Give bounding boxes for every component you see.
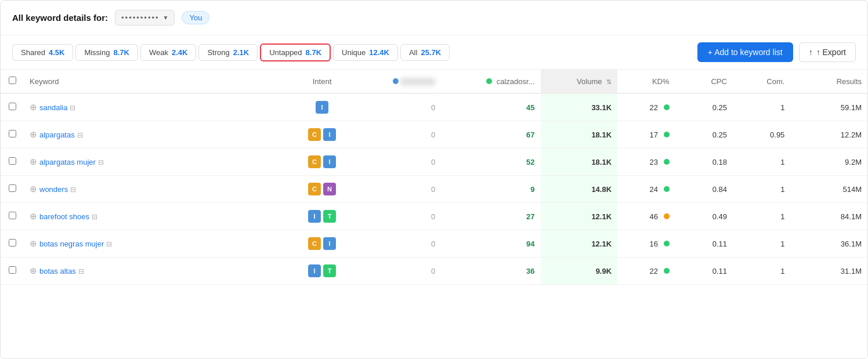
copy-icon[interactable]: ⊟ [98, 158, 104, 166]
you-badge: You [182, 11, 209, 24]
tab-shared[interactable]: Shared 4.5K [12, 44, 73, 61]
table-header-row: Keyword Intent calzadosr... Volume [1, 70, 867, 93]
site1-value: 0 [351, 203, 441, 230]
keyword-table-container: Keyword Intent calzadosr... Volume [1, 70, 867, 285]
volume-value: 18.1K [541, 121, 618, 148]
keyword-link[interactable]: alpargatas [39, 130, 75, 139]
header: All keyword details for: •••••••••• ▼ Yo… [1, 1, 867, 35]
keyword-link[interactable]: barefoot shoes [39, 212, 89, 221]
com-value: 1 [733, 93, 790, 121]
row-checkbox[interactable] [9, 157, 16, 165]
table-row: ⊕wonders⊟CN0914.8K24 0.841514M [1, 176, 867, 203]
add-keyword-icon[interactable]: ⊕ [30, 129, 37, 139]
cpc-value: 0.11 [675, 258, 733, 285]
add-keyword-icon[interactable]: ⊕ [30, 184, 37, 194]
results-value: 84.1M [790, 203, 867, 230]
com-value: 1 [733, 230, 790, 258]
results-value: 36.1M [790, 230, 867, 258]
row-checkbox[interactable] [9, 130, 16, 137]
kd-dot [664, 132, 670, 137]
tab-strong[interactable]: Strong 2.1K [198, 44, 258, 61]
site1-dot [393, 78, 399, 84]
intent-badge-I: I [308, 264, 321, 277]
intent-badge-I: I [323, 128, 336, 141]
select-all-checkbox[interactable] [9, 77, 16, 84]
site2-dot [486, 78, 492, 84]
intent-badge-I: I [323, 155, 336, 168]
site1-name [400, 78, 435, 85]
volume-col-header[interactable]: Volume ⇅ [541, 70, 618, 93]
intent-badge-T: T [323, 210, 336, 223]
kd-value: 46 [617, 203, 675, 230]
intent-badge-C: C [308, 237, 321, 250]
site1-col-header [351, 70, 441, 93]
site2-value: 27 [441, 203, 540, 230]
add-keyword-button[interactable]: + Add to keyword list [697, 42, 793, 62]
copy-icon[interactable]: ⊟ [106, 240, 112, 248]
keyword-link[interactable]: botas negras mujer [39, 240, 104, 248]
kd-value: 22 [617, 93, 675, 121]
keyword-link[interactable]: wonders [39, 185, 68, 194]
copy-icon[interactable]: ⊟ [92, 213, 97, 221]
site1-value: 0 [351, 176, 441, 203]
cpc-value: 0.49 [675, 203, 733, 230]
keyword-link[interactable]: botas altas [39, 267, 76, 275]
tabs-row: Shared 4.5K Missing 8.7K Weak 2.4K Stron… [1, 35, 867, 70]
export-button[interactable]: ↑ ↑ Export [799, 42, 856, 62]
tab-all[interactable]: All 25.7K [400, 44, 450, 61]
kd-dot [664, 186, 670, 192]
copy-icon[interactable]: ⊟ [70, 104, 75, 112]
cpc-value: 0.84 [675, 176, 733, 203]
row-checkbox[interactable] [9, 184, 16, 192]
intent-badge-I: I [316, 101, 328, 114]
add-keyword-icon[interactable]: ⊕ [30, 266, 37, 275]
tab-weak[interactable]: Weak 2.4K [140, 44, 196, 61]
volume-value: 18.1K [541, 148, 618, 176]
results-value: 514M [790, 176, 867, 203]
row-checkbox[interactable] [9, 239, 16, 246]
volume-value: 33.1K [541, 93, 618, 121]
com-value: 1 [733, 176, 790, 203]
volume-value: 14.8K [541, 176, 618, 203]
results-value: 12.2M [790, 121, 867, 148]
site2-col-header: calzadosr... [441, 70, 540, 93]
kd-col-header: KD% [617, 70, 675, 93]
add-keyword-icon[interactable]: ⊕ [30, 157, 37, 166]
domain-text: •••••••••• [121, 13, 160, 22]
table-row: ⊕botas altas⊟IT0369.9K22 0.11131.1M [1, 258, 867, 285]
intent-badge-C: C [308, 128, 321, 141]
keyword-col-header: Keyword [24, 70, 293, 93]
add-keyword-icon[interactable]: ⊕ [30, 211, 37, 221]
cpc-value: 0.18 [675, 148, 733, 176]
cpc-value: 0.25 [675, 121, 733, 148]
row-checkbox[interactable] [9, 212, 16, 219]
add-keyword-icon[interactable]: ⊕ [30, 238, 37, 248]
com-value: 1 [733, 258, 790, 285]
site2-value: 9 [441, 176, 540, 203]
copy-icon[interactable]: ⊟ [78, 267, 84, 275]
select-all-header[interactable] [1, 70, 24, 93]
tab-unique[interactable]: Unique 12.4K [333, 44, 398, 61]
kd-value: 17 [617, 121, 675, 148]
row-checkbox[interactable] [9, 266, 16, 274]
copy-icon[interactable]: ⊟ [70, 186, 76, 194]
domain-selector[interactable]: •••••••••• ▼ [115, 10, 175, 26]
add-keyword-icon[interactable]: ⊕ [30, 102, 37, 112]
keyword-table: Keyword Intent calzadosr... Volume [1, 70, 867, 285]
copy-icon[interactable]: ⊟ [77, 131, 83, 139]
kd-value: 16 [617, 230, 675, 258]
site1-value: 0 [351, 148, 441, 176]
results-value: 59.1M [790, 93, 867, 121]
keyword-link[interactable]: alpargatas mujer [39, 158, 96, 166]
site1-value: 0 [351, 258, 441, 285]
kd-dot [664, 159, 670, 165]
cpc-value: 0.11 [675, 230, 733, 258]
kd-value: 22 [617, 258, 675, 285]
volume-value: 12.1K [541, 230, 618, 258]
tab-untapped[interactable]: Untapped 8.7K [260, 43, 331, 61]
row-checkbox[interactable] [9, 103, 16, 110]
tab-missing[interactable]: Missing 8.7K [75, 44, 138, 61]
volume-value: 12.1K [541, 203, 618, 230]
site1-value: 0 [351, 93, 441, 121]
keyword-link[interactable]: sandalia [39, 103, 67, 112]
